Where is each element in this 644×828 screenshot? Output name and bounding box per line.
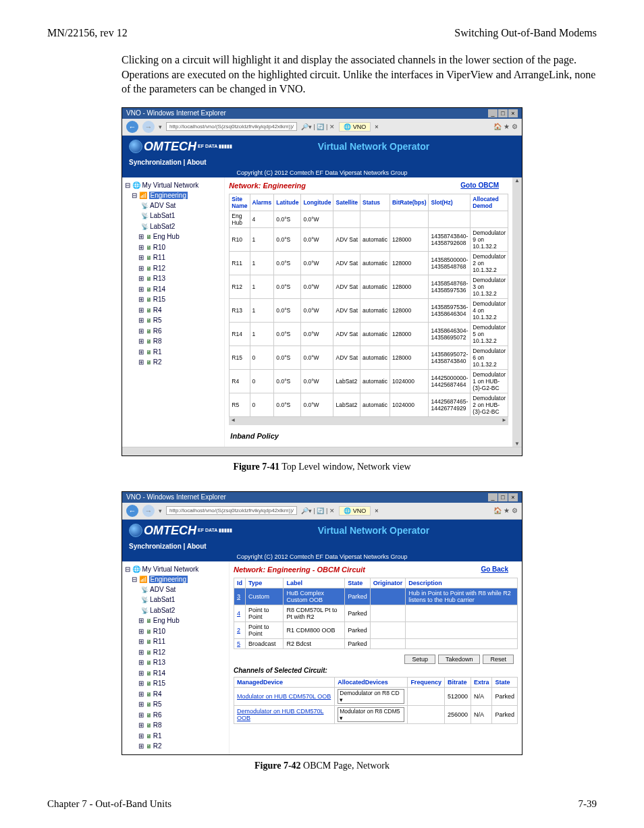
tree-view[interactable]: ⊟ 🌐 My Virtual Network ⊟ 📶 Engineering 📡…: [122, 561, 230, 754]
window-controls[interactable]: _□×: [487, 493, 518, 501]
col-header[interactable]: BitRate(bps): [390, 194, 429, 211]
tree-item[interactable]: ⊞ 🖥R5: [138, 699, 226, 710]
allocated-device-select[interactable]: Modulator on R8 CDM5 ▾: [338, 707, 404, 722]
tree-item[interactable]: ⊞ 🖥R10: [138, 626, 226, 637]
back-button[interactable]: ←: [126, 505, 138, 517]
tree-item[interactable]: ⊞ 🖥R8: [138, 336, 221, 347]
tab-close-icon[interactable]: ×: [375, 123, 378, 130]
allocated-device-select[interactable]: Demodulator on R8 CD ▾: [338, 689, 404, 704]
app-menu[interactable]: Synchronization | About: [122, 157, 522, 168]
tree-item[interactable]: 📡LabSat1: [141, 211, 221, 221]
table-row[interactable]: R1210.0°S0.0°WADV Satautomatic1280001435…: [230, 275, 508, 298]
ie-tools-icons[interactable]: 🏠 ★ ⚙: [493, 507, 518, 514]
col-header[interactable]: Bitrate: [444, 677, 471, 687]
col-header[interactable]: State: [345, 578, 371, 588]
tree-view[interactable]: ⊟ 🌐 My Virtual Network ⊟ 📶 Engineering 📡…: [122, 177, 225, 447]
col-header[interactable]: Slot(Hz): [429, 194, 471, 211]
circuit-row[interactable]: 2Point to PointR1 CDM800 OOBParked: [234, 622, 518, 638]
table-row[interactable]: R1310.0°S0.0°WADV Satautomatic1280001435…: [230, 298, 508, 322]
reset-button[interactable]: Reset: [483, 655, 514, 664]
window-controls[interactable]: _□×: [487, 109, 518, 117]
col-header[interactable]: Allocated Demod: [471, 194, 508, 211]
tree-item[interactable]: ⊞ 🖥R6: [138, 326, 221, 337]
table-row[interactable]: R400.0°S0.0°WLabSat2automatic10240001442…: [230, 369, 508, 393]
tree-item[interactable]: ⊞ 🖥R10: [138, 242, 221, 253]
col-header[interactable]: Site Name: [230, 194, 250, 211]
tree-item[interactable]: ⊞ 🖥R2: [138, 741, 226, 752]
channel-row[interactable]: Demodulator on HUB CDM570L OOBModulator …: [234, 705, 518, 723]
h-scrollbar[interactable]: ◄►: [229, 417, 508, 425]
goto-obcm-link[interactable]: Goto OBCM: [460, 182, 499, 189]
tree-item[interactable]: ⊞ 🖥Eng Hub: [138, 231, 221, 242]
tree-item[interactable]: ⊞ 🖥R4: [138, 305, 221, 316]
browser-tab[interactable]: 🌐VNO: [339, 506, 371, 516]
col-header[interactable]: AllocatedDevices: [335, 677, 408, 687]
col-header[interactable]: Label: [284, 578, 345, 588]
managed-device-link[interactable]: Demodulator on HUB CDM570L OOB: [237, 708, 324, 721]
tree-item[interactable]: ⊞ 🖥R14: [138, 284, 221, 295]
col-header[interactable]: Id: [234, 578, 246, 588]
search-controls[interactable]: 🔎▾ | 🔄 | ✕: [301, 123, 335, 130]
tree-item[interactable]: ⊞ 🖥R6: [138, 710, 226, 721]
tree-item[interactable]: 📡ADV Sat: [141, 200, 221, 211]
tree-item[interactable]: ⊞ 🖥R15: [138, 294, 221, 305]
tree-item[interactable]: ⊞ 🖥R1: [138, 347, 221, 358]
tree-item[interactable]: ⊞ 🖥R11: [138, 252, 221, 263]
takedown-button[interactable]: Takedown: [438, 655, 481, 664]
table-row[interactable]: R500.0°S0.0°WLabSat2automatic10240001442…: [230, 393, 508, 416]
tree-item[interactable]: ⊞ 🖥Eng Hub: [138, 615, 226, 626]
tree-item[interactable]: 📡ADV Sat: [141, 584, 226, 595]
tree-item[interactable]: ⊞ 🖥R13: [138, 273, 221, 284]
col-header[interactable]: Extra: [471, 677, 492, 687]
col-header[interactable]: Description: [406, 578, 518, 588]
tree-item[interactable]: 📡LabSat2: [141, 605, 226, 616]
tree-item[interactable]: ⊞ 🖥R2: [138, 357, 221, 368]
tree-item[interactable]: ⊞ 🖥R12: [138, 263, 221, 274]
col-header[interactable]: Latitude: [274, 194, 301, 211]
go-back-link[interactable]: Go Back: [481, 565, 508, 573]
tree-item[interactable]: 📡LabSat1: [141, 595, 226, 605]
forward-button[interactable]: →: [142, 505, 155, 517]
table-row[interactable]: R1500.0°S0.0°WADV Satautomatic1280001435…: [230, 346, 508, 369]
col-header[interactable]: Longitude: [301, 194, 333, 211]
v-scrollbar[interactable]: ▲▼: [512, 177, 522, 447]
address-bar[interactable]: http://localhost/vno/(S(zsq0tzoldzfrviky…: [166, 506, 297, 515]
tab-close-icon[interactable]: ×: [375, 507, 378, 514]
search-controls[interactable]: 🔎▾ | 🔄 | ✕: [301, 507, 335, 514]
outer-h-scrollbar[interactable]: [122, 447, 522, 456]
forward-button[interactable]: →: [142, 121, 155, 133]
tree-item[interactable]: 📡LabSat2: [141, 221, 221, 232]
browser-tab[interactable]: 🌐VNO: [339, 122, 371, 132]
col-header[interactable]: Alarms: [250, 194, 274, 211]
tree-item[interactable]: ⊞ 🖥R12: [138, 647, 226, 658]
app-menu[interactable]: Synchronization | About: [122, 541, 522, 552]
tree-item[interactable]: ⊞ 🖥R8: [138, 720, 226, 731]
table-row[interactable]: R1110.0°S0.0°WADV Satautomatic1280001435…: [230, 251, 508, 275]
tree-item[interactable]: ⊞ 🖥R1: [138, 731, 226, 742]
table-row[interactable]: R1410.0°S0.0°WADV Satautomatic1280001435…: [230, 322, 508, 346]
tree-item[interactable]: ⊞ 🖥R4: [138, 689, 226, 700]
tree-item[interactable]: ⊞ 🖥R14: [138, 668, 226, 679]
tree-item[interactable]: ⊞ 🖥R15: [138, 678, 226, 689]
circuit-row[interactable]: 3CustomHuB Complex Custom OOBParkedHub i…: [234, 588, 518, 605]
col-header[interactable]: Satellite: [333, 194, 360, 211]
address-bar[interactable]: http://localhost/vno/(S(zsq0tzoldzfrviky…: [166, 122, 297, 131]
channel-row[interactable]: Modulator on HUB CDM570L OOBDemodulator …: [234, 687, 518, 705]
col-header[interactable]: Originator: [370, 578, 406, 588]
circuit-row[interactable]: 5BroadcastR2 BdcstParked: [234, 638, 518, 648]
ie-tools-icons[interactable]: 🏠 ★ ⚙: [493, 123, 518, 130]
col-header[interactable]: ManagedDevice: [234, 677, 335, 687]
table-row[interactable]: R1010.0°S0.0°WADV Satautomatic1280001435…: [230, 227, 508, 251]
tree-item[interactable]: ⊞ 🖥R5: [138, 315, 221, 326]
tree-item[interactable]: ⊞ 🖥R11: [138, 636, 226, 647]
table-row[interactable]: Eng Hub40.0°S0.0°W: [230, 211, 508, 227]
managed-device-link[interactable]: Modulator on HUB CDM570L OOB: [237, 693, 331, 700]
circuit-row[interactable]: 4Point to PointR8 CDM570L Pt to Pt with …: [234, 605, 518, 622]
back-button[interactable]: ←: [126, 121, 138, 133]
col-header[interactable]: Status: [360, 194, 390, 211]
col-header[interactable]: State: [492, 677, 518, 687]
setup-button[interactable]: Setup: [404, 655, 435, 664]
col-header[interactable]: Type: [246, 578, 284, 588]
col-header[interactable]: Frequency: [408, 677, 445, 687]
tree-item[interactable]: ⊞ 🖥R13: [138, 657, 226, 668]
